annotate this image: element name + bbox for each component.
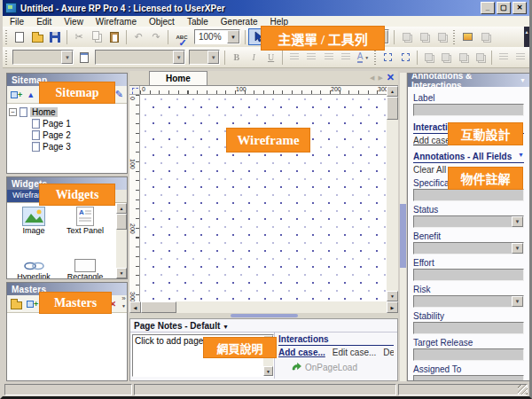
specification-input[interactable] [413,189,524,201]
cut-button[interactable]: ✂ [70,28,88,45]
effort-input[interactable] [413,269,524,281]
align-top-button[interactable] [397,28,415,45]
splitter-handle[interactable] [231,314,298,317]
close-tab-button[interactable]: ✕ [387,72,395,83]
menu-help[interactable]: Help [270,17,289,27]
scroll-left-button[interactable]: ◀ [129,301,141,313]
scrollbar-thumb[interactable] [387,97,398,120]
align-bottom-button[interactable] [433,28,450,45]
maximize-button[interactable]: ▢ [497,2,511,14]
annotations-panel-header[interactable]: Annotations & Interactions ▼ [408,74,529,87]
edit-case-link[interactable]: Edit case... [332,348,376,357]
minimize-button[interactable]: _ [481,2,495,14]
menu-table[interactable]: Table [187,17,208,27]
menu-wireframe[interactable]: Wireframe [96,17,137,27]
bring-front-button[interactable] [420,49,437,66]
bullet-list-button[interactable] [337,49,354,66]
font-style-select[interactable]: ▼ [95,50,185,65]
assigned-to-input[interactable] [413,375,524,381]
masters-list[interactable] [7,313,127,380]
open-master-button[interactable] [11,301,22,309]
tree-item-label[interactable]: Page 3 [43,142,71,152]
tree-item-label[interactable]: Home [30,107,58,117]
label-input[interactable] [413,104,524,116]
font-size-select[interactable]: ▼ [189,50,220,65]
dropdown-icon[interactable]: ▼ [512,216,523,227]
send-backward-button[interactable] [472,49,489,66]
dropdown-icon[interactable]: ▼ [512,296,523,307]
save-button[interactable] [46,28,64,45]
canvas-horizontal-scrollbar[interactable]: ◀ ▶ [129,301,398,313]
tree-item-page2[interactable]: Page 2 [9,129,125,141]
align-middle-button[interactable] [415,28,433,45]
page-notes-header[interactable]: Page Notes - Default ▼ [130,319,397,332]
edit-page-button[interactable]: ✎ [115,89,123,100]
add-case-link[interactable]: Add case... [278,348,325,357]
menu-edit[interactable]: Edit [36,17,51,27]
scroll-down-button[interactable]: ▼ [116,268,127,278]
new-button[interactable] [11,28,28,45]
dropdown-icon[interactable]: ▼ [512,243,523,254]
scrollbar-thumb[interactable] [141,301,176,313]
widget-image[interactable]: Image [11,207,57,235]
widgets-scrollbar[interactable]: ▲ ▼ [116,203,127,278]
resize-grip[interactable] [518,385,528,395]
copy-button[interactable] [88,28,106,45]
send-back-button[interactable] [437,49,454,66]
target-release-input[interactable] [413,348,524,361]
toolbar-grip[interactable] [4,30,9,44]
distribute-h-button[interactable] [495,49,512,66]
prev-tab-button[interactable]: ◀ [370,74,374,82]
risk-select[interactable]: ▼ [413,295,524,308]
bring-forward-button[interactable] [455,49,472,66]
menu-generate[interactable]: Generate [221,17,258,27]
scrollbar-thumb[interactable] [116,214,127,230]
panel-overflow-button[interactable]: »▼ [121,295,126,309]
menu-object[interactable]: Object [149,17,175,27]
paste-button[interactable] [106,28,123,45]
tree-item-home[interactable]: − Home [9,106,125,118]
underline-button[interactable]: U [262,49,279,66]
bold-button[interactable]: B [228,49,245,66]
undo-button[interactable]: ↶ [129,28,147,45]
widget-rectangle[interactable]: Rectangle [62,254,108,278]
align-center-button[interactable] [303,49,320,66]
scroll-down-button[interactable]: ▼ [263,366,273,376]
spellcheck-button[interactable]: ABC✓ [171,28,192,45]
dropdown-icon[interactable]: ▼ [518,152,524,161]
toolbar-grip[interactable] [452,30,457,44]
group-button[interactable] [379,49,396,66]
table-button[interactable] [458,28,476,45]
ungroup-button[interactable] [396,49,413,66]
font-family-select[interactable]: ▼ [12,50,74,65]
add-master-button[interactable]: + [27,301,38,308]
benefit-select[interactable]: ▼ [413,242,524,254]
style-editor-button[interactable] [75,49,92,66]
font-color-button[interactable]: A▼ [355,49,372,66]
toolbar-grip[interactable] [373,51,378,65]
insert-row-button[interactable] [476,28,494,45]
tree-item-label[interactable]: Page 2 [43,130,71,140]
onpageload-row[interactable]: OnPageLoad [291,362,394,372]
tree-item-page3[interactable]: Page 3 [9,141,125,153]
status-select[interactable]: ▼ [413,215,524,228]
dropdown-icon[interactable]: ▼ [227,30,239,43]
stability-input[interactable] [413,322,524,334]
close-button[interactable]: ✕ [512,2,527,14]
zoom-select[interactable]: 100% ▼ [194,29,240,44]
scrollbar-thumb[interactable] [400,204,406,268]
tab-home[interactable]: Home [149,71,207,85]
delete-case-link[interactable]: Delete case... [383,348,394,357]
open-button[interactable] [28,28,46,45]
italic-button[interactable]: I [245,49,262,66]
annotations-scrollbar[interactable] [400,73,406,381]
distribute-v-button[interactable] [512,49,529,66]
move-up-button[interactable]: ▲ [27,90,35,99]
scroll-right-button[interactable]: ▶ [387,301,398,313]
expander-icon[interactable]: − [9,108,17,116]
tree-item-page1[interactable]: Page 1 [9,118,125,129]
scroll-down-button[interactable]: ▼ [387,291,398,301]
align-right-button[interactable] [320,49,337,66]
add-page-button[interactable]: + [11,91,22,98]
scroll-up-button[interactable]: ▲ [116,203,127,214]
